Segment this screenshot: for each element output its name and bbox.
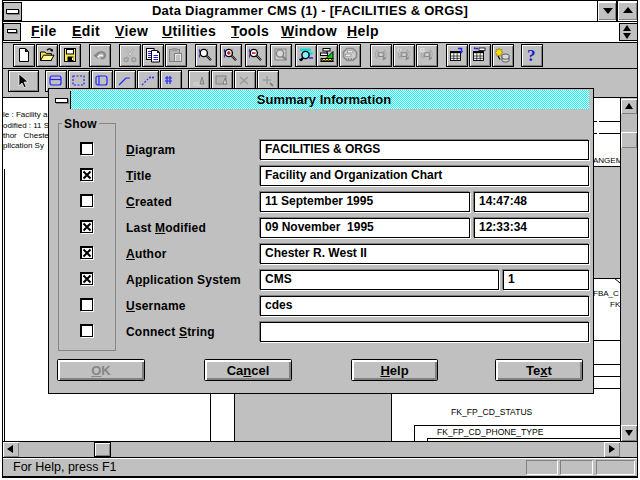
svg-text:?: ?: [527, 47, 536, 63]
